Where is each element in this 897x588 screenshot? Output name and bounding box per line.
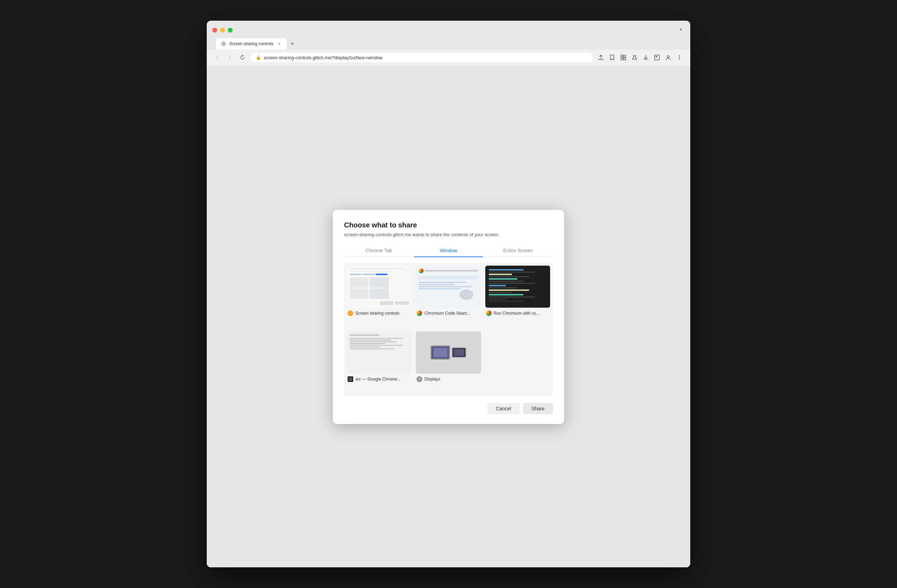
window-item-2[interactable]: Chromium Code Searc... <box>416 266 481 327</box>
menu-button[interactable] <box>674 52 685 63</box>
svg-rect-8 <box>655 55 660 60</box>
address-bar-area: 🔒 screen-sharing-controls.glitch.me/?dis… <box>207 49 690 66</box>
svg-point-15 <box>419 378 420 380</box>
share-page-button[interactable] <box>595 52 606 63</box>
svg-rect-5 <box>621 58 623 60</box>
window-favicon-2 <box>416 311 422 316</box>
window-item-5[interactable]: Displays <box>416 331 481 393</box>
tab-title: Screen sharing controls <box>229 41 273 46</box>
window-preview-1 <box>347 266 412 308</box>
window-preview-4 <box>347 331 412 374</box>
svg-point-11 <box>679 55 680 57</box>
download-button[interactable] <box>640 52 651 63</box>
close-button[interactable] <box>212 28 217 32</box>
address-bar[interactable]: 🔒 screen-sharing-controls.glitch.me/?dis… <box>250 53 593 62</box>
title-bar: ▾ Screen sharing controls ✕ + <box>207 21 690 49</box>
tab-entire-screen[interactable]: Entire Screen <box>483 244 553 257</box>
window-preview-5 <box>416 331 481 374</box>
window-item-3[interactable]: Run Chromium with co... <box>485 266 550 327</box>
minimize-button[interactable] <box>220 28 225 32</box>
svg-rect-6 <box>624 58 626 60</box>
dialog-footer: Cancel Share <box>344 396 553 414</box>
window-name-1: Screen sharing controls <box>355 311 400 316</box>
window-info-4: src — Google Chrome... <box>347 376 412 382</box>
toolbar-actions <box>595 52 685 63</box>
share-tabs: Chrome Tab Window Entire Screen <box>344 244 553 257</box>
svg-point-12 <box>679 57 680 58</box>
window-name-4: src — Google Chrome... <box>355 377 401 381</box>
tab-chrome-tab[interactable]: Chrome Tab <box>344 244 414 257</box>
svg-rect-9 <box>655 56 657 57</box>
window-info-3: Run Chromium with co... <box>485 311 550 316</box>
dialog-subtitle: screen-sharing-controls.glitch.me wants … <box>344 232 553 237</box>
dialog-overlay: Choose what to share screen-sharing-cont… <box>207 66 690 567</box>
window-name-5: Displays <box>424 377 440 381</box>
window-item-4[interactable]: src — Google Chrome... <box>347 331 412 393</box>
security-icon: 🔒 <box>256 55 261 60</box>
svg-point-13 <box>679 59 680 60</box>
window-preview-3 <box>485 266 550 308</box>
window-favicon-3 <box>486 311 491 316</box>
tab-dropdown-button[interactable]: ▾ <box>677 26 685 33</box>
active-tab[interactable]: Screen sharing controls ✕ <box>216 38 286 49</box>
svg-rect-3 <box>621 55 623 57</box>
url-text: screen-sharing-controls.glitch.me/?displ… <box>264 55 587 60</box>
traffic-lights <box>212 28 233 32</box>
window-info-2: Chromium Code Searc... <box>416 311 481 316</box>
profile-button[interactable] <box>663 52 674 63</box>
back-button[interactable] <box>212 52 222 62</box>
window-preview-2 <box>416 266 481 308</box>
svg-point-10 <box>667 56 669 58</box>
page-content: Choose what to share screen-sharing-cont… <box>207 66 690 567</box>
window-item-1[interactable]: Screen sharing controls <box>347 266 412 327</box>
lab-button[interactable] <box>629 52 640 63</box>
window-favicon-4 <box>347 376 353 382</box>
reload-button[interactable] <box>237 52 247 62</box>
extensions-button[interactable] <box>618 52 629 63</box>
maximize-button[interactable] <box>228 28 233 32</box>
tab-end: ▾ <box>677 26 685 35</box>
tab-bar: Screen sharing controls ✕ + <box>212 38 685 49</box>
tab-window[interactable]: Window <box>414 244 484 257</box>
svg-rect-4 <box>624 55 626 57</box>
forward-button[interactable] <box>225 52 235 62</box>
tab-favicon <box>221 41 227 47</box>
new-tab-button[interactable]: + <box>287 39 297 49</box>
browser-window: ▾ Screen sharing controls ✕ + <box>207 21 690 567</box>
window-name-2: Chromium Code Searc... <box>424 311 471 316</box>
share-button[interactable]: Share <box>523 403 553 414</box>
window-favicon-5 <box>416 376 422 382</box>
bookmark-button[interactable] <box>607 52 617 63</box>
window-info-5: Displays <box>416 376 481 382</box>
window-favicon-1 <box>347 311 353 316</box>
window-info-1: Screen sharing controls <box>347 311 412 316</box>
cancel-button[interactable]: Cancel <box>487 403 520 414</box>
tab-search-button[interactable] <box>652 52 662 63</box>
tab-close-button[interactable]: ✕ <box>276 41 282 47</box>
windows-grid: Screen sharing controls <box>344 263 553 396</box>
window-name-3: Run Chromium with co... <box>494 311 540 316</box>
dialog-title: Choose what to share <box>344 221 553 229</box>
share-dialog: Choose what to share screen-sharing-cont… <box>333 210 564 424</box>
